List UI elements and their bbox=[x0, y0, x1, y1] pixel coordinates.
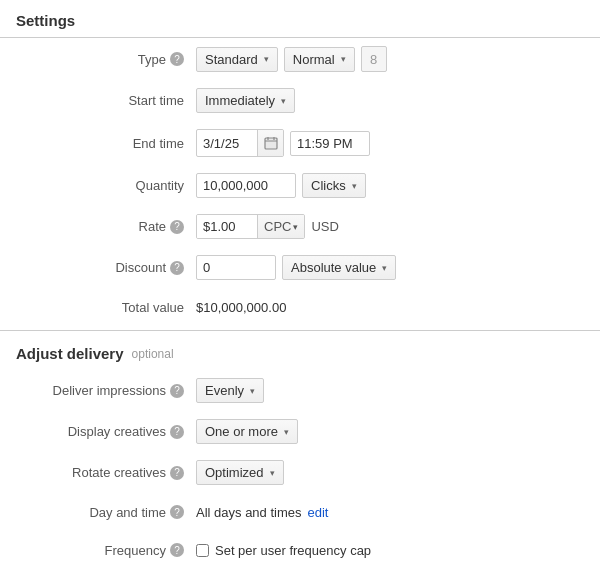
day-and-time-row: Day and time ? All days and times edit bbox=[0, 493, 600, 531]
start-time-arrow: ▾ bbox=[281, 96, 286, 106]
rate-type-dropdown[interactable]: CPC ▾ bbox=[257, 215, 304, 238]
type-standard-dropdown[interactable]: Standard ▾ bbox=[196, 47, 278, 72]
rate-label: Rate ? bbox=[16, 219, 196, 234]
quantity-label: Quantity bbox=[16, 178, 196, 193]
svg-rect-0 bbox=[265, 138, 277, 149]
type-standard-arrow: ▾ bbox=[264, 54, 269, 64]
display-creatives-controls: One or more ▾ bbox=[196, 419, 298, 444]
quantity-unit-dropdown[interactable]: Clicks ▾ bbox=[302, 173, 366, 198]
discount-help-icon[interactable]: ? bbox=[170, 261, 184, 275]
display-creatives-label: Display creatives ? bbox=[16, 424, 196, 439]
quantity-arrow: ▾ bbox=[352, 181, 357, 191]
section-divider bbox=[0, 330, 600, 331]
display-creatives-dropdown[interactable]: One or more ▾ bbox=[196, 419, 298, 444]
display-creatives-row: Display creatives ? One or more ▾ bbox=[0, 411, 600, 452]
frequency-help-icon[interactable]: ? bbox=[170, 543, 184, 557]
discount-controls: Absolute value ▾ bbox=[196, 255, 396, 280]
adjust-delivery-section: Adjust delivery optional Deliver impress… bbox=[0, 335, 600, 569]
rotate-creatives-row: Rotate creatives ? Optimized ▾ bbox=[0, 452, 600, 493]
settings-section: Settings Type ? Standard ▾ Normal ▾ 8 St… bbox=[0, 0, 600, 326]
rate-input-container: CPC ▾ bbox=[196, 214, 305, 239]
quantity-controls: Clicks ▾ bbox=[196, 173, 366, 198]
day-and-time-edit-link[interactable]: edit bbox=[308, 505, 329, 520]
discount-input[interactable] bbox=[196, 255, 276, 280]
start-time-row: Start time Immediately ▾ bbox=[0, 80, 600, 121]
deliver-impressions-arrow: ▾ bbox=[250, 386, 255, 396]
discount-row: Discount ? Absolute value ▾ bbox=[0, 247, 600, 288]
quantity-input[interactable] bbox=[196, 173, 296, 198]
quantity-row: Quantity Clicks ▾ bbox=[0, 165, 600, 206]
day-and-time-label: Day and time ? bbox=[16, 505, 196, 520]
rotate-creatives-controls: Optimized ▾ bbox=[196, 460, 284, 485]
rate-controls: CPC ▾ USD bbox=[196, 214, 339, 239]
deliver-impressions-row: Deliver impressions ? Evenly ▾ bbox=[0, 370, 600, 411]
total-value-label: Total value bbox=[16, 300, 196, 315]
type-help-icon[interactable]: ? bbox=[170, 52, 184, 66]
rate-row: Rate ? CPC ▾ USD bbox=[0, 206, 600, 247]
day-and-time-help-icon[interactable]: ? bbox=[170, 505, 184, 519]
discount-arrow: ▾ bbox=[382, 263, 387, 273]
end-time-input[interactable] bbox=[290, 131, 370, 156]
type-controls: Standard ▾ Normal ▾ 8 bbox=[196, 46, 387, 72]
frequency-row: Frequency ? Set per user frequency cap bbox=[0, 531, 600, 569]
type-label: Type ? bbox=[16, 52, 196, 67]
type-row: Type ? Standard ▾ Normal ▾ 8 bbox=[0, 38, 600, 80]
display-creatives-help-icon[interactable]: ? bbox=[170, 425, 184, 439]
end-time-label: End time bbox=[16, 136, 196, 151]
rate-input[interactable] bbox=[197, 215, 257, 238]
frequency-label: Frequency ? bbox=[16, 543, 196, 558]
end-date-input[interactable] bbox=[197, 132, 257, 155]
end-date-input-container bbox=[196, 129, 284, 157]
type-number-box: 8 bbox=[361, 46, 387, 72]
optional-label: optional bbox=[132, 347, 174, 361]
total-value-amount: $10,000,000.00 bbox=[196, 300, 286, 315]
total-value-controls: $10,000,000.00 bbox=[196, 300, 286, 315]
type-normal-arrow: ▾ bbox=[341, 54, 346, 64]
end-time-row: End time bbox=[0, 121, 600, 165]
rotate-creatives-label: Rotate creatives ? bbox=[16, 465, 196, 480]
start-time-dropdown[interactable]: Immediately ▾ bbox=[196, 88, 295, 113]
rate-type-arrow: ▾ bbox=[293, 222, 298, 232]
calendar-icon[interactable] bbox=[257, 130, 283, 156]
frequency-checkbox[interactable] bbox=[196, 544, 209, 557]
type-normal-dropdown[interactable]: Normal ▾ bbox=[284, 47, 355, 72]
start-time-controls: Immediately ▾ bbox=[196, 88, 295, 113]
adjust-delivery-header: Adjust delivery optional bbox=[0, 335, 600, 370]
day-and-time-controls: All days and times edit bbox=[196, 505, 328, 520]
rotate-creatives-help-icon[interactable]: ? bbox=[170, 466, 184, 480]
rotate-creatives-arrow: ▾ bbox=[270, 468, 275, 478]
deliver-impressions-dropdown[interactable]: Evenly ▾ bbox=[196, 378, 264, 403]
frequency-checkbox-label: Set per user frequency cap bbox=[215, 543, 371, 558]
settings-title: Settings bbox=[0, 0, 600, 38]
total-value-row: Total value $10,000,000.00 bbox=[0, 288, 600, 326]
end-time-controls bbox=[196, 129, 370, 157]
deliver-impressions-label: Deliver impressions ? bbox=[16, 383, 196, 398]
start-time-label: Start time bbox=[16, 93, 196, 108]
discount-label: Discount ? bbox=[16, 260, 196, 275]
adjust-delivery-title: Adjust delivery bbox=[16, 345, 124, 362]
frequency-controls: Set per user frequency cap bbox=[196, 543, 371, 558]
currency-label: USD bbox=[311, 219, 338, 234]
display-creatives-arrow: ▾ bbox=[284, 427, 289, 437]
rate-help-icon[interactable]: ? bbox=[170, 220, 184, 234]
rotate-creatives-dropdown[interactable]: Optimized ▾ bbox=[196, 460, 284, 485]
day-and-time-value: All days and times bbox=[196, 505, 302, 520]
deliver-impressions-controls: Evenly ▾ bbox=[196, 378, 264, 403]
discount-type-dropdown[interactable]: Absolute value ▾ bbox=[282, 255, 396, 280]
deliver-impressions-help-icon[interactable]: ? bbox=[170, 384, 184, 398]
